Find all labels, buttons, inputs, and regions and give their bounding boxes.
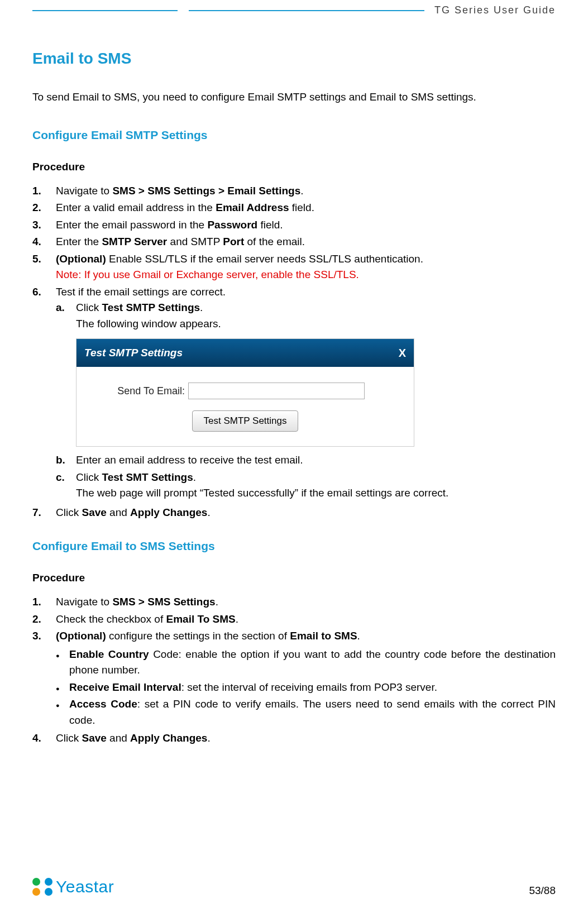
header-rule-mid bbox=[189, 10, 424, 11]
bullet-receive-interval: Receive Email Interval: set the interval… bbox=[32, 680, 556, 696]
email2sms-steps: Navigate to SMS > SMS Settings. Check th… bbox=[32, 594, 556, 644]
email2sms-steps-cont: Click Save and Apply Changes. bbox=[32, 730, 556, 747]
procedure-label-2: Procedure bbox=[32, 572, 556, 584]
step-6a-note: The following window appears. bbox=[76, 316, 556, 332]
step-6c: Click Test SMT Settings. The web page wi… bbox=[56, 470, 556, 501]
page-footer: Yeastar 53/88 bbox=[32, 877, 556, 897]
section-smtp-title: Configure Email SMTP Settings bbox=[32, 128, 556, 142]
test-smtp-button[interactable]: Test SMTP Settings bbox=[192, 410, 299, 432]
section-email2sms-title: Configure Email to SMS Settings bbox=[32, 539, 556, 553]
brand-logo: Yeastar bbox=[32, 877, 114, 897]
bullet-enable-country: Enable Country Code: enable the option i… bbox=[32, 647, 556, 678]
step-2: Enter a valid email address in the Email… bbox=[32, 200, 556, 216]
send-to-email-input[interactable] bbox=[188, 383, 365, 399]
dialog-titlebar: Test SMTP Settings X bbox=[77, 339, 414, 367]
page-number: 53/88 bbox=[529, 885, 556, 897]
step-6a: Click Test SMTP Settings. The following … bbox=[56, 300, 556, 447]
e2s-step-1: Navigate to SMS > SMS Settings. bbox=[32, 594, 556, 610]
send-to-label: Send To Email: bbox=[88, 384, 188, 399]
step-6b: Enter an email address to receive the te… bbox=[56, 452, 556, 469]
test-smtp-dialog: Test SMTP Settings X Send To Email: Test… bbox=[76, 338, 414, 447]
step-6-sub: Click Test SMTP Settings. The following … bbox=[56, 300, 556, 501]
step-6: Test if the email settings are correct. … bbox=[32, 284, 556, 501]
step-1: Navigate to SMS > SMS Settings > Email S… bbox=[32, 183, 556, 199]
ssl-note: Note: If you use Gmail or Exchange serve… bbox=[32, 267, 556, 283]
step-5: (Optional) Enable SSL/TLS if the email s… bbox=[32, 251, 556, 267]
page-title: Email to SMS bbox=[32, 50, 556, 68]
bullet-access-code: Access Code: set a PIN code to verify em… bbox=[32, 696, 556, 728]
procedure-label: Procedure bbox=[32, 161, 556, 173]
step-4: Enter the SMTP Server and SMTP Port of t… bbox=[32, 234, 556, 250]
step-3: Enter the email password in the Password… bbox=[32, 217, 556, 233]
logo-icon bbox=[32, 877, 52, 897]
step-6c-note: The web page will prompt “Tested success… bbox=[76, 485, 556, 501]
smtp-steps: Navigate to SMS > SMS Settings > Email S… bbox=[32, 183, 556, 267]
e2s-step-4: Click Save and Apply Changes. bbox=[32, 730, 556, 747]
dialog-title: Test SMTP Settings bbox=[84, 345, 183, 361]
doc-title: TG Series User Guide bbox=[424, 4, 556, 16]
step-7: Click Save and Apply Changes. bbox=[32, 505, 556, 521]
smtp-steps-cont: Test if the email settings are correct. … bbox=[32, 284, 556, 521]
page-header: TG Series User Guide bbox=[32, 0, 556, 16]
header-rule-left bbox=[32, 10, 178, 11]
close-icon[interactable]: X bbox=[399, 345, 406, 361]
e2s-step-2: Check the checkbox of Email To SMS. bbox=[32, 611, 556, 628]
logo-text: Yeastar bbox=[56, 877, 114, 896]
dialog-body: Send To Email: Test SMTP Settings bbox=[77, 367, 414, 446]
intro-paragraph: To send Email to SMS, you need to config… bbox=[32, 90, 556, 105]
e2s-bullets: Enable Country Code: enable the option i… bbox=[32, 647, 556, 729]
e2s-step-3: (Optional) configure the settings in the… bbox=[32, 628, 556, 644]
